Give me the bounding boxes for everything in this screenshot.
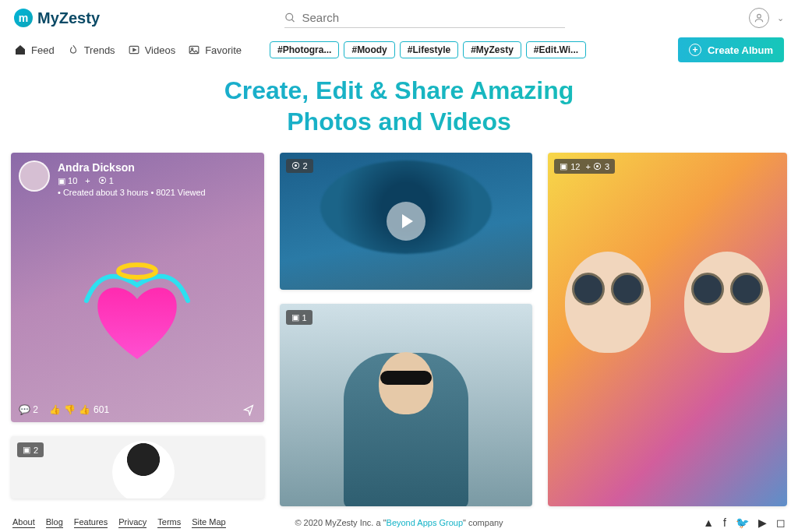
footer-features[interactable]: Features (74, 517, 108, 528)
nav-favorite-label: Favorite (205, 44, 242, 56)
sunglasses-art (380, 371, 432, 385)
footer-links: About Blog Features Privacy Terms Site M… (12, 517, 226, 528)
logo-mark-icon: m (14, 9, 33, 27)
image-icon (188, 44, 200, 56)
hand-like-icon[interactable]: 👍 (79, 404, 90, 415)
comments-button[interactable]: 💬 2 (19, 404, 38, 415)
hero-line2: Photos and Videos (0, 106, 798, 137)
svg-point-2 (757, 14, 761, 18)
nav-feed-label: Feed (31, 44, 55, 56)
bw-portrait-thumb (112, 441, 175, 499)
android-icon[interactable]: ▲ (703, 516, 714, 529)
tag-myzesty[interactable]: #MyZesty (463, 41, 521, 58)
play-box-icon (128, 44, 140, 56)
post-meta: • Created about 3 hours • 8021 Viewed (58, 187, 206, 199)
plus-circle-icon: + (689, 44, 701, 56)
beyond-apps-link[interactable]: Beyond Apps Group (387, 518, 463, 527)
footer-copyright: © 2020 MyZesty Inc. a "Beyond Apps Group… (295, 518, 503, 527)
likes-count: 601 (94, 404, 109, 415)
nav-favorite[interactable]: Favorite (188, 44, 242, 56)
facebook-icon[interactable]: f (723, 516, 726, 529)
hashtag-filter-row: #Photogra... #Moody #Lifestyle #MyZesty … (270, 41, 586, 58)
duo-art (548, 153, 787, 506)
youtube-icon[interactable]: ▶ (758, 516, 767, 529)
heart-sticker-icon (71, 254, 203, 371)
thumbs-down-icon[interactable]: 👎 (64, 404, 76, 415)
footer-sitemap[interactable]: Site Map (192, 517, 225, 528)
brand-name: MyZesty (37, 9, 100, 27)
photo-count-badge: ▣ 10 (58, 175, 77, 187)
play-button[interactable] (387, 202, 425, 241)
search-icon (284, 12, 296, 24)
footer-terms[interactable]: Terms (157, 517, 181, 528)
home-icon (14, 44, 26, 56)
featured-post-card[interactable]: Andra Dickson ▣ 10 + ⦿ 1 • Created about… (11, 153, 264, 422)
video-count-badge: ⦿ 1 (98, 175, 114, 187)
create-album-label: Create Album (708, 44, 773, 56)
nav-videos-label: Videos (145, 44, 176, 56)
svg-line-1 (291, 19, 294, 21)
tag-editwi[interactable]: #Edit.Wi... (526, 41, 586, 58)
tag-moody[interactable]: #Moody (344, 41, 394, 58)
media-count-badge: ▣ 1 (286, 310, 312, 325)
nav-trends[interactable]: Trends (67, 44, 115, 56)
footer-about[interactable]: About (12, 517, 35, 528)
tag-photography[interactable]: #Photogra... (270, 41, 339, 58)
account-menu[interactable]: ⌄ (749, 8, 784, 28)
instagram-icon[interactable]: ◻ (776, 516, 786, 529)
share-button[interactable] (241, 403, 256, 416)
nav-feed[interactable]: Feed (14, 44, 55, 56)
video-card[interactable]: ⦿ 2 (280, 153, 533, 290)
search-field[interactable] (284, 8, 565, 28)
thumbnail-card[interactable]: ▣ 2 (11, 436, 264, 499)
chevron-down-icon: ⌄ (777, 13, 784, 23)
brand-logo[interactable]: m MyZesty (14, 9, 100, 27)
svg-point-0 (285, 13, 292, 20)
author-name: Andra Dickson (58, 160, 206, 175)
photo-card-man[interactable]: ▣ 1 (280, 304, 533, 506)
footer-blog[interactable]: Blog (46, 517, 63, 528)
media-count-badge: ▣ 2 (17, 442, 44, 457)
photo-card-duo[interactable]: ▣ 12 + ⦿ 3 (548, 153, 787, 506)
twitter-icon[interactable]: 🐦 (736, 516, 749, 529)
footer-privacy[interactable]: Privacy (118, 517, 147, 528)
create-album-button[interactable]: + Create Album (678, 37, 784, 62)
search-input[interactable] (302, 11, 565, 24)
svg-point-6 (118, 265, 156, 277)
hero-line1: Create, Edit & Share Amazing (0, 75, 798, 106)
tag-lifestyle[interactable]: #Lifestyle (400, 41, 458, 58)
thumbs-up-icon[interactable]: 👍 (49, 404, 61, 415)
flame-icon (67, 44, 79, 56)
nav-trends-label: Trends (84, 44, 115, 56)
media-count-badge: ⦿ 2 (286, 159, 313, 173)
hero-headline: Create, Edit & Share Amazing Photos and … (0, 72, 798, 153)
account-avatar-icon (749, 8, 769, 28)
nav-videos[interactable]: Videos (128, 44, 176, 56)
author-avatar[interactable] (19, 160, 50, 192)
